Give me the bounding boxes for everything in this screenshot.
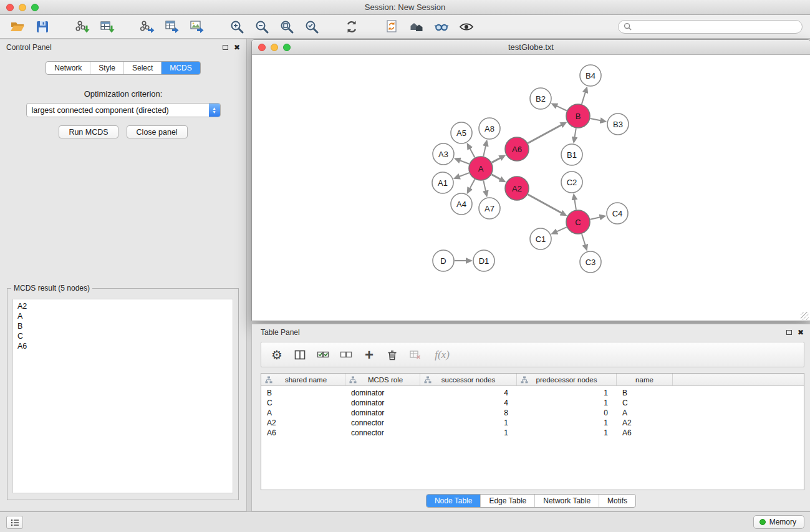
column-header-shared-name[interactable]: shared name xyxy=(261,374,345,385)
table-cell[interactable]: connector xyxy=(345,418,420,427)
show-columns-button[interactable] xyxy=(291,346,309,364)
table-row[interactable]: A6connector11A6 xyxy=(261,428,804,438)
graph-edge-A-A8[interactable] xyxy=(483,145,486,156)
table-cell[interactable]: 1 xyxy=(517,389,617,397)
graph-edge-A-A4[interactable] xyxy=(470,180,475,190)
network-zoom-button[interactable] xyxy=(283,44,291,51)
zoom-out-button[interactable] xyxy=(249,17,274,36)
save-session-button[interactable] xyxy=(30,17,55,36)
run-mcds-button[interactable]: Run MCDS xyxy=(59,125,118,138)
tab-motifs[interactable]: Motifs xyxy=(599,495,635,507)
open-session-button[interactable] xyxy=(5,17,30,36)
export-table-button[interactable] xyxy=(160,17,185,36)
column-header-mcds-role[interactable]: MCDS role xyxy=(345,374,420,385)
minimize-window-button[interactable] xyxy=(19,4,26,11)
table-cell[interactable]: 1 xyxy=(517,399,617,407)
graph-edge-B-B4[interactable] xyxy=(582,92,586,104)
mcds-result-item[interactable]: A xyxy=(13,311,233,321)
first-neighbors-button[interactable] xyxy=(404,17,429,36)
table-cell[interactable]: C xyxy=(261,399,345,407)
table-cell[interactable]: dominator xyxy=(345,399,420,407)
tab-node-table[interactable]: Node Table xyxy=(427,495,481,507)
graph-edge-A-A3[interactable] xyxy=(459,160,469,164)
float-panel-icon[interactable] xyxy=(223,45,228,50)
graph-edge-A-A6[interactable] xyxy=(492,158,501,163)
close-table-panel-icon[interactable]: ✖ xyxy=(798,329,804,336)
select-all-button[interactable] xyxy=(314,346,332,364)
table-cell[interactable]: 0 xyxy=(517,409,617,417)
table-cell[interactable]: dominator xyxy=(345,389,420,397)
table-cell[interactable]: 1 xyxy=(517,418,617,427)
graph-edge-B-B3[interactable] xyxy=(591,118,602,121)
table-cell[interactable]: A xyxy=(617,409,673,417)
table-cell[interactable]: A2 xyxy=(261,418,345,427)
update-network-file-button[interactable] xyxy=(379,17,404,36)
delete-table-button[interactable] xyxy=(406,346,425,364)
graph-edge-B-B2[interactable] xyxy=(556,105,567,110)
deselect-all-button[interactable] xyxy=(337,346,355,364)
resize-grip[interactable] xyxy=(801,312,809,320)
graph-edge-A-A7[interactable] xyxy=(483,181,486,192)
float-table-panel-icon[interactable] xyxy=(786,330,792,335)
column-header-name[interactable]: name xyxy=(617,374,673,385)
tab-mcds[interactable]: MCDS xyxy=(162,62,200,74)
graph-edge-A-A5[interactable] xyxy=(470,148,475,158)
export-network-button[interactable] xyxy=(135,17,160,36)
table-row[interactable]: Bdominator41B xyxy=(261,388,804,398)
search-input[interactable] xyxy=(635,22,797,31)
mcds-result-item[interactable]: C xyxy=(13,331,233,341)
graph-edge-A-A2[interactable] xyxy=(492,175,501,180)
table-cell[interactable]: dominator xyxy=(345,409,420,417)
graph-edge-C-C2[interactable] xyxy=(574,199,576,210)
network-close-button[interactable] xyxy=(258,44,266,51)
tab-network[interactable]: Network xyxy=(46,62,90,74)
column-header-successor-nodes[interactable]: successor nodes xyxy=(420,374,517,385)
graph-edge-C-C3[interactable] xyxy=(582,234,586,246)
tab-select[interactable]: Select xyxy=(124,62,162,74)
delete-columns-button[interactable] xyxy=(383,346,402,364)
zoom-window-button[interactable] xyxy=(31,4,39,11)
table-cell[interactable]: 1 xyxy=(517,428,617,437)
table-cell[interactable]: A6 xyxy=(617,428,673,437)
tab-edge-table[interactable]: Edge Table xyxy=(481,495,535,507)
table-cell[interactable]: 4 xyxy=(420,389,517,397)
table-row[interactable]: Adominator80A xyxy=(261,408,804,418)
graph-edge-A6-B[interactable] xyxy=(528,125,562,143)
network-window-titlebar[interactable]: testGlobe.txt xyxy=(252,40,810,55)
import-table-button[interactable] xyxy=(95,17,120,36)
table-mode-button[interactable]: ⚙ xyxy=(268,346,286,364)
export-image-button[interactable] xyxy=(185,17,210,36)
zoom-fit-button[interactable] xyxy=(274,17,299,36)
table-cell[interactable]: B xyxy=(617,389,673,397)
zoom-selected-button[interactable] xyxy=(299,17,324,36)
import-network-button[interactable] xyxy=(70,17,95,36)
table-cell[interactable]: 8 xyxy=(420,409,517,417)
tab-network-table[interactable]: Network Table xyxy=(535,495,599,507)
graph-edge-A2-C[interactable] xyxy=(528,195,562,213)
optimization-criterion-select[interactable]: largest connected component (directed) ▲… xyxy=(26,103,221,117)
tab-style[interactable]: Style xyxy=(90,62,124,74)
table-cell[interactable]: A xyxy=(261,409,345,417)
table-cell[interactable]: connector xyxy=(345,428,420,437)
table-cell[interactable]: C xyxy=(617,399,673,407)
table-cell[interactable]: B xyxy=(261,389,345,397)
mcds-result-item[interactable]: A2 xyxy=(13,301,233,311)
create-column-button[interactable]: + xyxy=(360,346,378,364)
graphics-details-button[interactable] xyxy=(454,17,479,36)
table-cell[interactable]: 1 xyxy=(420,428,517,437)
memory-button[interactable]: Memory xyxy=(753,515,804,529)
zoom-in-button[interactable] xyxy=(224,17,249,36)
graph-edge-C-C1[interactable] xyxy=(556,227,567,232)
table-cell[interactable]: 1 xyxy=(420,418,517,427)
table-row[interactable]: Cdominator41C xyxy=(261,398,804,408)
function-builder-button[interactable]: f(x) xyxy=(429,346,455,364)
show-hide-graphics-button[interactable] xyxy=(429,17,454,36)
network-canvas-area[interactable]: B4B2BB3B1A5A8A6A3AC2A1A2A4A7C4CC1C3DD1 xyxy=(252,55,810,321)
table-cell[interactable]: 4 xyxy=(420,399,517,407)
close-panel-button[interactable]: Close panel xyxy=(127,125,188,138)
graph-edge-C-C4[interactable] xyxy=(591,217,601,220)
graph-edge-B-B1[interactable] xyxy=(574,128,576,138)
table-cell[interactable]: A6 xyxy=(261,428,345,437)
network-minimize-button[interactable] xyxy=(271,44,278,51)
show-tasks-button[interactable] xyxy=(6,516,23,529)
